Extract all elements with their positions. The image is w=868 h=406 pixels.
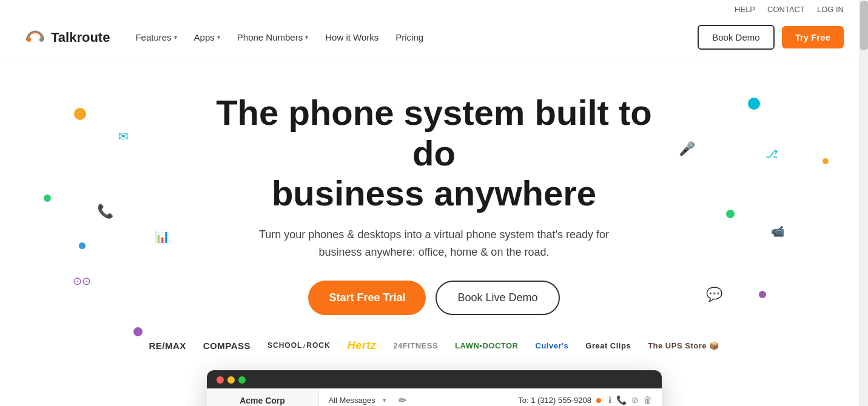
utility-bar: HELP CONTACT LOG IN (0, 0, 868, 19)
brand-logos: RE/MAX COMPASS SCHOOL♪ROCK Hertz 24FITNE… (12, 339, 856, 352)
company-name: Acme Corp (214, 396, 311, 405)
app-sidebar: Acme Corp Jenny Parker ▾ (207, 388, 319, 406)
chat-icon: 💬 (706, 287, 722, 302)
app-screenshot: Acme Corp Jenny Parker ▾ All Messages ▾ … (207, 370, 662, 406)
network-icon: ⎇ (765, 147, 778, 161)
app-window-controls (207, 376, 662, 388)
block-icon[interactable]: ⊘ (631, 395, 639, 405)
to-number-label: To: 1 (312) 555-9208 (518, 396, 601, 405)
compose-icon[interactable]: ✏ (399, 394, 406, 406)
nav-phone-numbers[interactable]: Phone Numbers ▾ (230, 27, 315, 47)
window-maximize-dot (238, 376, 246, 384)
login-link[interactable]: LOG IN (817, 5, 844, 14)
brand-culvers: Culver's (536, 341, 569, 350)
nav-apps[interactable]: Apps ▾ (187, 27, 227, 47)
app-main-area: All Messages ▾ ✏ To: 1 (312) 555-9208 ℹ … (319, 388, 662, 406)
deco-dot-4 (133, 327, 143, 336)
features-chevron-icon: ▾ (174, 34, 177, 41)
window-close-dot (217, 376, 224, 384)
nav-links: Features ▾ Apps ▾ Phone Numbers ▾ How it… (128, 27, 431, 47)
svg-point-0 (27, 38, 31, 42)
nav-features[interactable]: Features ▾ (128, 27, 184, 47)
brand-remax: RE/MAX (149, 341, 186, 351)
deco-dot-7 (759, 291, 766, 298)
book-live-demo-button[interactable]: Book Live Demo (436, 281, 559, 315)
to-number-status-dot (596, 398, 601, 403)
mic-icon: 🎤 (679, 141, 695, 157)
nav-right: Book Demo Try Free (698, 25, 844, 50)
brand-ups: The UPS Store 📦 (648, 341, 719, 350)
deco-dot-8 (823, 158, 829, 164)
logo-text: Talkroute (51, 30, 110, 45)
chart-icon: 📊 (155, 229, 170, 244)
app-messages-header: All Messages ▾ ✏ To: 1 (312) 555-9208 ℹ … (319, 388, 662, 406)
all-messages-label: All Messages (329, 396, 375, 405)
contact-link[interactable]: CONTACT (767, 5, 805, 14)
deco-dot-1 (74, 108, 86, 120)
brand-schoolsrock: SCHOOL♪ROCK (267, 341, 331, 350)
app-window-inner: Acme Corp Jenny Parker ▾ All Messages ▾ … (207, 388, 662, 406)
phone-icon: 📞 (97, 204, 113, 219)
try-free-button[interactable]: Try Free (782, 26, 844, 48)
video-icon: 📹 (771, 225, 784, 238)
messages-chevron-icon: ▾ (383, 396, 386, 404)
hero-headline: The phone system built to do business an… (204, 93, 665, 214)
apps-chevron-icon: ▾ (217, 34, 220, 41)
nav-pricing[interactable]: Pricing (388, 27, 431, 47)
brand-24fitness: 24FITNESS (393, 341, 438, 350)
navbar: Talkroute Features ▾ Apps ▾ Phone Number… (0, 19, 868, 56)
nav-left: Talkroute Features ▾ Apps ▾ Phone Number… (24, 27, 431, 47)
deco-dot-5 (748, 98, 760, 110)
deco-dot-2 (44, 195, 51, 202)
delete-icon[interactable]: 🗑 (644, 395, 652, 405)
svg-point-1 (39, 38, 44, 42)
voicemail-icon: ⊙⊙ (73, 275, 91, 288)
brand-compass: COMPASS (203, 341, 251, 351)
deco-dot-6 (726, 210, 735, 218)
brand-hertz: Hertz (348, 339, 377, 352)
logo[interactable]: Talkroute (24, 30, 110, 45)
hero-buttons: Start Free Trial Book Live Demo (12, 281, 856, 315)
window-minimize-dot (227, 376, 235, 384)
hero-section: ✉ 📞 📊 ⊙⊙ 🎤 ⎇ 📹 💬 The phone system built … (0, 56, 868, 406)
call-icon[interactable]: 📞 (616, 395, 627, 405)
book-demo-button[interactable]: Book Demo (698, 25, 774, 50)
nav-how-it-works[interactable]: How it Works (318, 27, 386, 47)
phone-numbers-chevron-icon: ▾ (305, 34, 308, 41)
start-free-trial-button[interactable]: Start Free Trial (308, 281, 426, 315)
hero-subtext: Turn your phones & desktops into a virtu… (252, 226, 616, 261)
help-link[interactable]: HELP (735, 5, 755, 14)
brand-lawndoctor: LAWN•DOCTOR (455, 341, 518, 350)
brand-greatclips: Great Clips (585, 341, 631, 350)
deco-dot-3 (79, 242, 86, 249)
info-icon[interactable]: ℹ (608, 395, 611, 405)
message-action-icons: ℹ 📞 ⊘ 🗑 (608, 395, 652, 405)
email-icon: ✉ (118, 129, 129, 144)
